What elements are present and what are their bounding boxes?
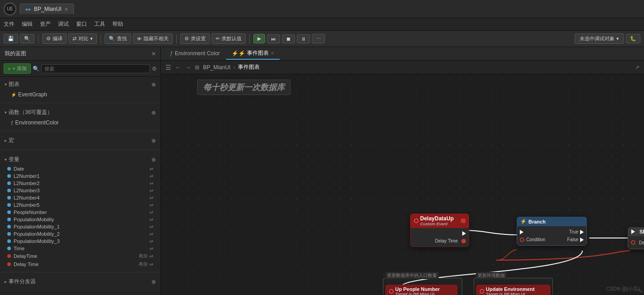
variable-Time[interactable]: Time ⇄ [4, 245, 157, 252]
debug-arrow: ▾ [616, 36, 619, 42]
events-section-header[interactable]: ▸ 事件分发器 ⊕ [4, 276, 157, 287]
sidebar-item-eventgraph[interactable]: ⚡ EventGraph [4, 90, 157, 99]
browse-button[interactable]: 🔍 [20, 34, 34, 43]
stop-button[interactable]: ⏹ [282, 34, 295, 43]
menu-file[interactable]: 文件 [4, 20, 15, 28]
tab-event-graph[interactable]: ⚡⚡ 事件图表 ✕ [226, 48, 280, 60]
watermark: CSDN @[小瓜] [606, 285, 639, 292]
add-event-button[interactable]: ⊕ [151, 279, 156, 285]
play-button[interactable]: ▶ [253, 34, 265, 43]
pin-branch-false-out[interactable] [580, 238, 584, 242]
pin-branch-true-out[interactable] [580, 230, 584, 234]
variable-Date[interactable]: Date ⇄ [4, 165, 157, 172]
expand-icon[interactable]: ↗ [635, 64, 639, 71]
menu-window[interactable]: 窗口 [76, 20, 87, 28]
variables-section-header[interactable]: ▾ 变量 ⊕ [4, 154, 157, 165]
more-button[interactable]: ⋯ [312, 34, 325, 43]
node-branch[interactable]: ⚡ Branch True Condition False [517, 217, 587, 246]
menu-tools[interactable]: 工具 [94, 20, 105, 28]
node-badge [461, 219, 465, 223]
node-update-environment[interactable]: ⬡ Update Environment Target is BP Mian U… [476, 285, 551, 295]
menu-edit[interactable]: 编辑 [22, 20, 33, 28]
var-arrows-Date: ⇄ [150, 167, 153, 171]
nav-back-btn[interactable]: ← [175, 64, 181, 71]
add-variable-btn[interactable]: ⊕ [151, 157, 156, 163]
variable-PopulationMobility2[interactable]: PopulationMobility_2 ⇄ [4, 230, 157, 238]
blueprint-canvas[interactable]: 每十秒更新一次数据库 [161, 74, 644, 295]
debug-target-selector[interactable]: 未选中调试对象 ▾ [575, 33, 624, 44]
variable-PopulationMobility1[interactable]: PopulationMobility_1 ⇄ [4, 223, 157, 230]
compile-icon: ⚙ [46, 36, 51, 42]
menu-help[interactable]: 帮助 [112, 20, 123, 28]
breadcrumb-project[interactable]: BP_MianUI [203, 64, 231, 71]
add-macro-button[interactable]: ⊕ [151, 138, 156, 144]
eventgraph-label: EventGraph [18, 91, 47, 98]
functions-section-header[interactable]: ▾ 函数（36可覆盖） ⊕ [4, 107, 157, 118]
default-value-button[interactable]: ✏ 类默认值 [212, 33, 246, 44]
find-button[interactable]: 🔍 查找 [105, 33, 131, 44]
pin-set1-delay-in[interactable] [631, 240, 635, 245]
breadcrumb-separator: › [233, 64, 235, 71]
macros-section-header[interactable]: ▸ 宏 ⊕ [4, 135, 157, 146]
menu-asset[interactable]: 资产 [40, 20, 51, 28]
variable-PopulationMobility3[interactable]: PopulationMobility_3 ⇄ [4, 238, 157, 245]
envcolor-label: EnvironmentColor [15, 119, 59, 126]
variable-L2Number1[interactable]: L2Number1 ⇄ [4, 172, 157, 180]
var-arrows-PeopleNumber: ⇄ [150, 210, 153, 215]
skip-button[interactable]: ⏭ [267, 34, 280, 43]
menu-debug[interactable]: 调试 [58, 20, 69, 28]
debug-icon-btn[interactable]: 🐛 [626, 34, 640, 43]
node-set-1[interactable]: SET Delay Time [628, 227, 644, 249]
variable-PopulationMobility[interactable]: PopulationMobility ⇄ [4, 216, 157, 223]
variables-section-label: 变量 [9, 156, 19, 163]
class-settings-button[interactable]: ⚙ 类设置 [180, 33, 210, 44]
tab-close-btn[interactable]: ✕ [64, 7, 68, 12]
add-label: + 添加 [12, 65, 26, 72]
pin-branch-exec-in[interactable] [520, 230, 523, 234]
pin-condition-in[interactable] [520, 238, 524, 242]
graphs-section-header[interactable]: ▾ 图表 ⊕ [4, 79, 157, 90]
sidebar-item-envcolor[interactable]: ƒ EnvironmentColor [4, 118, 157, 127]
pin-exec-out[interactable] [462, 231, 466, 236]
pin-true-label: True [569, 229, 578, 234]
pin-set1-exec-in[interactable] [631, 229, 635, 234]
add-graph-button[interactable]: ⊕ [151, 81, 156, 88]
app-logo: UE [4, 3, 16, 15]
resize-handle[interactable]: ⤡ [638, 287, 643, 294]
var-name-L2Number5: L2Number5 [14, 202, 148, 208]
add-function-button[interactable]: ⊕ [151, 109, 156, 116]
tab-environment-color[interactable]: ƒ Environment Color [165, 48, 225, 59]
node-up-people-number[interactable]: ⬡ Up People Number Target is BP Mian UI [385, 285, 458, 295]
event-tab-close[interactable]: ✕ [271, 51, 274, 56]
variable-DelayTime[interactable]: DelayTime 布尔 ⇄ [4, 252, 157, 260]
search-input[interactable] [41, 64, 150, 73]
variable-L2Number2[interactable]: L2Number2 ⇄ [4, 180, 157, 187]
variable-L2Number5[interactable]: L2Number5 ⇄ [4, 201, 157, 209]
variable-L2Number4[interactable]: L2Number4 ⇄ [4, 194, 157, 201]
var-type-DelayTime2: 布尔 [139, 261, 148, 267]
divider-3 [0, 150, 160, 150]
add-variable-button[interactable]: + + 添加 [4, 63, 31, 74]
save-button[interactable]: 💾 [4, 34, 18, 43]
nav-forward-btn[interactable]: → [185, 64, 191, 71]
pause-button[interactable]: ⏸ [297, 34, 310, 43]
settings-icon[interactable]: ⚙ [152, 66, 157, 72]
nav-menu-btn[interactable]: ☰ [165, 64, 171, 71]
variable-DelayTime2[interactable]: Delay Time 布尔 ⇄ [4, 260, 157, 268]
var-dot-L2Number4 [7, 196, 11, 200]
compare-button[interactable]: ⇄ 对比 ▾ [68, 33, 97, 44]
node-delay-data-up[interactable]: ⬡ DelayDataUp Custom Event Delay Time [410, 214, 469, 247]
variable-L2Number3[interactable]: L2Number3 ⇄ [4, 187, 157, 194]
main-tab[interactable]: ▸▸ BP_MianUI ✕ [20, 4, 74, 14]
node-row-delay-time-out: Delay Time [411, 237, 469, 245]
variable-PeopleNumber[interactable]: PeopleNumber ⇄ [4, 209, 157, 216]
update-env-icon: ⬡ [479, 288, 484, 295]
class-settings-icon: ⚙ [184, 36, 189, 42]
pin-delay-time-out[interactable] [461, 239, 466, 243]
var-name-PeopleNumber: PeopleNumber [14, 209, 148, 215]
sidebar-close-btn[interactable]: ✕ [151, 51, 156, 57]
node-header-icon: ⬡ [414, 218, 418, 224]
compile-button[interactable]: ⚙ 编译 [42, 33, 67, 44]
nav-grid-icon: ⊞ [195, 64, 199, 71]
hide-irrelevant-button[interactable]: 👁 隐藏不相关 [133, 33, 173, 44]
